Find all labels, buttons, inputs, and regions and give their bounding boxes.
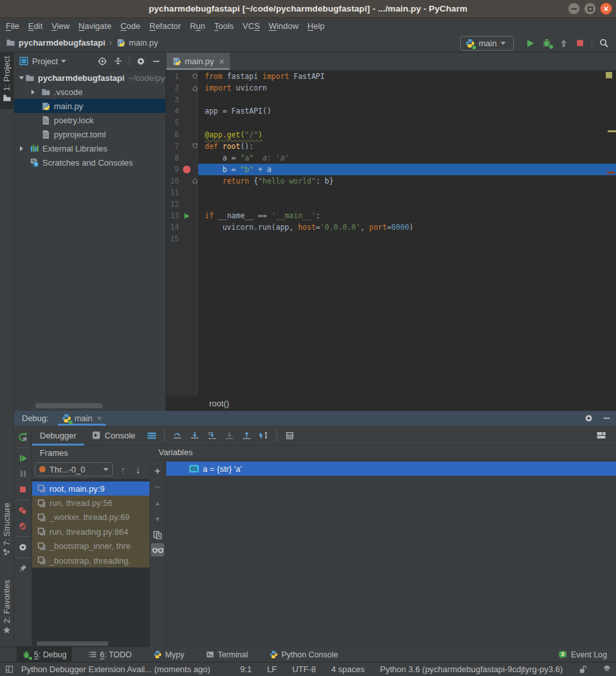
- gear-icon[interactable]: [584, 413, 594, 423]
- lock-icon[interactable]: [578, 665, 587, 674]
- code-line-6[interactable]: @app.get("/"): [198, 129, 616, 141]
- code-line-11[interactable]: [198, 187, 616, 198]
- tool-button-python-console[interactable]: Python Console: [264, 647, 343, 662]
- hide-icon[interactable]: [152, 57, 160, 65]
- menu-tools[interactable]: Tools: [210, 21, 238, 31]
- debug-button[interactable]: [538, 35, 555, 51]
- status-message[interactable]: Python Debugger Extension Avail... (mome…: [21, 664, 210, 674]
- frame-row[interactable]: run, threading.py:864: [32, 524, 150, 539]
- collapse-all-icon[interactable]: [114, 56, 123, 65]
- duplicate-watch-button[interactable]: [151, 527, 164, 543]
- code-line-13[interactable]: if __name__ == '__main__':: [198, 210, 616, 221]
- tree-item-scratches-and-consoles[interactable]: Scratches and Consoles: [14, 155, 166, 169]
- tool-button-event-log[interactable]: 3Event Log: [558, 650, 607, 659]
- tree-item-main-py[interactable]: main.py: [14, 99, 166, 113]
- breadcrumb-root[interactable]: root(): [209, 399, 229, 408]
- restore-layout-button[interactable]: [143, 428, 160, 442]
- breadcrumb-project[interactable]: pycharmdebugfastapi: [19, 38, 105, 48]
- pause-button[interactable]: [17, 468, 30, 480]
- line-ending[interactable]: LF: [267, 664, 277, 674]
- indent-style[interactable]: 4 spaces: [331, 664, 364, 674]
- project-horizontal-scrollbar[interactable]: [35, 403, 103, 408]
- tab-console[interactable]: Console: [84, 426, 143, 446]
- menu-refactor[interactable]: Refactor: [145, 21, 185, 31]
- next-frame-button[interactable]: ↓: [136, 464, 141, 475]
- resume-button[interactable]: [17, 453, 30, 465]
- frame-row[interactable]: run, thread.py:56: [32, 496, 150, 510]
- chevron-down-icon[interactable]: [18, 74, 25, 82]
- menu-code[interactable]: Code: [116, 21, 145, 31]
- view-breakpoints-button[interactable]: [17, 505, 30, 517]
- code-line-10[interactable]: return {"hello world": b}: [198, 175, 616, 187]
- tool-stripe-structure[interactable]: 7: Structure: [0, 499, 13, 571]
- project-view-title[interactable]: Project: [32, 56, 58, 66]
- mute-breakpoints-button[interactable]: [17, 520, 30, 532]
- debug-session-tab[interactable]: main ×: [58, 411, 106, 426]
- locate-icon[interactable]: [98, 56, 107, 66]
- frame-row[interactable]: root, main.py:9: [32, 481, 150, 496]
- debug-settings-button[interactable]: [17, 541, 30, 553]
- menu-window[interactable]: Window: [264, 21, 303, 31]
- tab-debugger[interactable]: Debugger: [32, 426, 84, 446]
- step-into-button[interactable]: [203, 428, 221, 442]
- frame-row[interactable]: _worker, thread.py:69: [32, 510, 150, 524]
- hide-icon[interactable]: [603, 414, 611, 422]
- code-line-2[interactable]: import uvicorn: [198, 82, 616, 94]
- code-editor[interactable]: 123456789101112131415 from fastapi impor…: [166, 71, 616, 395]
- close-icon[interactable]: ×: [97, 413, 102, 423]
- evaluate-expression-button[interactable]: [281, 428, 298, 442]
- tool-stripe-project[interactable]: 1: Project: [0, 53, 13, 109]
- hector-icon[interactable]: [603, 665, 612, 674]
- inspection-status-indicator[interactable]: [606, 72, 612, 78]
- coverage-button[interactable]: [555, 35, 572, 51]
- fold-marker[interactable]: [193, 71, 198, 82]
- tree-item-external-libraries[interactable]: External Libraries: [14, 141, 166, 155]
- breadcrumb-file[interactable]: main.py: [129, 38, 158, 48]
- menu-navigate[interactable]: Navigate: [74, 21, 116, 31]
- tool-button-5-debug[interactable]: 5: Debug: [17, 647, 72, 662]
- show-execution-point-button[interactable]: [169, 428, 186, 442]
- menu-file[interactable]: File: [1, 21, 24, 31]
- tool-stripe-favorites[interactable]: 2: Favorites: [0, 576, 13, 647]
- menu-help[interactable]: Help: [303, 21, 329, 31]
- move-down-button[interactable]: ▼: [151, 511, 164, 527]
- code-line-1[interactable]: from fastapi import FastAPI: [198, 71, 616, 82]
- maximize-button[interactable]: [584, 3, 596, 15]
- code-line-9[interactable]: b = "b" + a: [198, 164, 616, 175]
- chevron-down-icon[interactable]: [61, 60, 66, 63]
- editor-tab-main-py[interactable]: main.py ×: [166, 53, 230, 70]
- tool-window-switcher-icon[interactable]: [5, 665, 13, 673]
- chevron-right-icon[interactable]: [30, 89, 37, 96]
- run-to-cursor-button[interactable]: [255, 428, 273, 442]
- warning-stripe-mark[interactable]: [608, 130, 616, 132]
- tree-item-pyproject-toml[interactable]: pyproject.toml: [14, 127, 166, 141]
- run-line-icon[interactable]: [182, 210, 191, 221]
- run-configuration-select[interactable]: main: [460, 36, 514, 51]
- frame-row[interactable]: _bootstrap, threading.: [32, 553, 150, 568]
- code-line-5[interactable]: [198, 117, 616, 128]
- move-up-button[interactable]: ▲: [151, 495, 164, 511]
- rerun-button[interactable]: [17, 431, 30, 444]
- show-watches-toggle[interactable]: [151, 543, 164, 557]
- code-line-14[interactable]: uvicorn.run(app, host='0.0.0.0', port=80…: [198, 221, 616, 233]
- code-line-8[interactable]: a = "a" a: 'a': [198, 152, 616, 164]
- gear-icon[interactable]: [136, 56, 146, 66]
- tool-button-mypy[interactable]: Mypy: [148, 647, 189, 662]
- step-over-button[interactable]: [186, 428, 203, 442]
- code-line-3[interactable]: [198, 94, 616, 105]
- tree-item-poetry-lock[interactable]: poetry.lock: [14, 113, 166, 127]
- thread-select[interactable]: Thr...-0_0: [35, 462, 113, 476]
- step-out-button[interactable]: [238, 428, 255, 442]
- search-everywhere-button[interactable]: [595, 35, 612, 51]
- interpreter[interactable]: Python 3.6 (pycharmdebugfastapi-9cdjtyrg…: [380, 664, 563, 674]
- code-line-12[interactable]: [198, 198, 616, 210]
- minimize-button[interactable]: [568, 3, 580, 15]
- variable-row[interactable]: 01a = {str} 'a': [166, 462, 616, 476]
- frames-horizontal-scrollbar[interactable]: [37, 641, 108, 646]
- menu-edit[interactable]: Edit: [24, 21, 47, 31]
- stop-button[interactable]: [17, 483, 30, 496]
- remove-watch-button[interactable]: −: [151, 479, 164, 495]
- code-line-4[interactable]: app = FastAPI(): [198, 105, 616, 117]
- caret-position[interactable]: 9:1: [240, 664, 252, 674]
- fold-marker[interactable]: [193, 82, 198, 94]
